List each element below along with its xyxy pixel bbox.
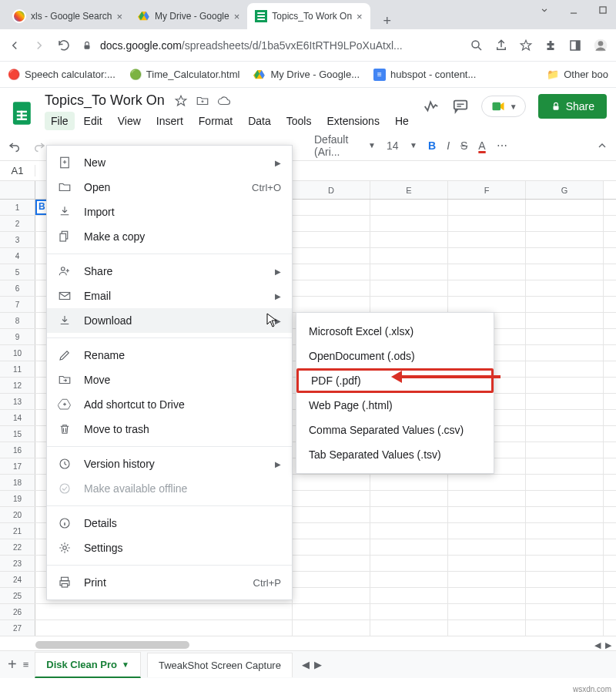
extensions-icon[interactable]	[544, 39, 557, 52]
name-box[interactable]: A1	[0, 165, 35, 176]
menu-item-new[interactable]: New▶	[47, 150, 292, 175]
document-title[interactable]: Topics_To Work On	[45, 92, 165, 109]
sidepanel-icon[interactable]	[568, 39, 582, 52]
row-header[interactable]: 14	[0, 410, 35, 425]
column-header[interactable]: E	[370, 181, 448, 199]
more-toolbar-icon[interactable]: ⋯	[497, 139, 507, 152]
maximize-icon[interactable]	[598, 5, 608, 15]
activity-icon[interactable]	[423, 98, 440, 115]
column-header[interactable]: D	[293, 181, 370, 199]
row-header[interactable]: 16	[0, 442, 35, 458]
star-icon[interactable]	[519, 39, 533, 52]
menu-insert[interactable]: Insert	[150, 112, 189, 130]
row-header[interactable]: 21	[0, 523, 35, 539]
reload-icon[interactable]	[57, 39, 71, 52]
font-selector[interactable]: Default (Ari...▼	[314, 133, 376, 158]
bookmark-item[interactable]: 📁Other boo	[547, 69, 608, 81]
close-icon[interactable]: ×	[234, 11, 240, 22]
bold-button[interactable]: B	[428, 139, 436, 152]
strikethrough-button[interactable]: S	[460, 139, 467, 152]
browser-tab[interactable]: My Drive - Google ×	[130, 3, 247, 29]
row-header[interactable]: 4	[0, 248, 35, 264]
submenu-item-tsv[interactable]: Tab Separated Values (.tsv)	[296, 442, 494, 467]
menu-tools[interactable]: Tools	[280, 112, 318, 130]
font-size-selector[interactable]: 14▼	[387, 139, 417, 152]
horizontal-scrollbar[interactable]: ◀▶	[0, 640, 616, 650]
menu-help[interactable]: He	[389, 112, 415, 130]
row-header[interactable]: 1	[0, 200, 35, 215]
row-header[interactable]: 5	[0, 264, 35, 280]
new-tab-button[interactable]: +	[377, 13, 398, 29]
collapse-toolbar-icon[interactable]	[596, 139, 608, 152]
row-header[interactable]: 2	[0, 216, 35, 231]
move-folder-icon[interactable]	[196, 94, 209, 108]
back-icon[interactable]	[8, 39, 22, 52]
bookmark-item[interactable]: 🔴Speech calculator:...	[8, 69, 116, 81]
share-button[interactable]: Share	[538, 94, 607, 119]
sheets-logo-icon[interactable]	[9, 99, 37, 127]
sheet-nav-left-icon[interactable]: ◀	[302, 659, 310, 670]
comment-icon[interactable]	[452, 98, 469, 115]
row-header[interactable]: 22	[0, 539, 35, 555]
italic-button[interactable]: I	[447, 139, 450, 152]
menu-item-download[interactable]: Download▶	[47, 308, 292, 333]
menu-item-details[interactable]: Details	[47, 511, 292, 536]
close-icon[interactable]: ×	[116, 11, 122, 22]
row-header[interactable]: 15	[0, 426, 35, 442]
row-header[interactable]: 7	[0, 297, 35, 312]
row-header[interactable]: 12	[0, 378, 35, 393]
submenu-item-ods[interactable]: OpenDocument (.ods)	[296, 344, 494, 368]
menu-extensions[interactable]: Extensions	[320, 112, 385, 130]
menu-item-open[interactable]: OpenCtrl+O	[47, 175, 292, 200]
row-header[interactable]: 27	[0, 620, 35, 636]
url-bar[interactable]: docs.google.com/spreadsheets/d/1ba5vxE6I…	[82, 39, 459, 52]
column-header[interactable]: F	[448, 181, 526, 199]
close-icon[interactable]: ×	[357, 11, 363, 22]
menu-item-settings[interactable]: Settings	[47, 536, 292, 560]
menu-item-add-shortcut[interactable]: Add shortcut to Drive	[47, 392, 292, 417]
bookmark-item[interactable]: My Drive - Google...	[253, 69, 360, 81]
redo-icon[interactable]	[32, 139, 46, 153]
menu-item-share[interactable]: Share▶	[47, 259, 292, 284]
submenu-item-csv[interactable]: Comma Separated Values (.csv)	[296, 418, 494, 442]
sheet-tab-active[interactable]: Disk Clean Pro▼	[35, 652, 141, 678]
meet-button[interactable]: ▼	[481, 96, 526, 117]
row-header[interactable]: 23	[0, 556, 35, 571]
bookmark-item[interactable]: 🟢Time_Calculator.html	[129, 69, 240, 81]
menu-item-move[interactable]: Move	[47, 368, 292, 392]
row-header[interactable]: 9	[0, 329, 35, 344]
row-header[interactable]: 13	[0, 394, 35, 409]
bookmark-item[interactable]: ≡hubspot - content...	[373, 69, 476, 81]
submenu-item-xlsx[interactable]: Microsoft Excel (.xlsx)	[296, 319, 494, 344]
row-header[interactable]: 11	[0, 361, 35, 377]
row-header[interactable]: 8	[0, 313, 35, 328]
menu-view[interactable]: View	[112, 112, 147, 130]
menu-item-make-copy[interactable]: Make a copy	[47, 224, 292, 249]
grid-row[interactable]: 26	[0, 604, 616, 620]
row-header[interactable]: 17	[0, 458, 35, 474]
scroll-left-icon[interactable]: ◀	[594, 640, 601, 650]
menu-item-import[interactable]: Import	[47, 200, 292, 224]
menu-data[interactable]: Data	[242, 112, 277, 130]
row-header[interactable]: 25	[0, 588, 35, 603]
all-sheets-icon[interactable]: ≡	[23, 659, 29, 670]
menu-item-rename[interactable]: Rename	[47, 343, 292, 368]
text-color-button[interactable]: A	[478, 139, 485, 152]
cloud-saved-icon[interactable]	[217, 94, 231, 108]
share-page-icon[interactable]	[494, 39, 508, 52]
submenu-item-html[interactable]: Web Page (.html)	[296, 393, 494, 418]
select-all-cell[interactable]	[0, 181, 35, 199]
menu-file[interactable]: File	[45, 112, 75, 130]
menu-item-email[interactable]: Email▶	[47, 284, 292, 308]
row-header[interactable]: 19	[0, 491, 35, 506]
menu-format[interactable]: Format	[192, 112, 239, 130]
column-header[interactable]: G	[526, 181, 604, 199]
row-header[interactable]: 10	[0, 345, 35, 361]
sheet-nav-right-icon[interactable]: ▶	[314, 659, 322, 670]
sheet-tab[interactable]: TweakShot Screen Capture	[147, 653, 293, 677]
row-header[interactable]: 20	[0, 507, 35, 522]
row-header[interactable]: 18	[0, 475, 35, 490]
zoom-icon[interactable]	[470, 39, 484, 52]
chevron-down-icon[interactable]	[539, 5, 550, 15]
minimize-icon[interactable]	[568, 5, 579, 15]
